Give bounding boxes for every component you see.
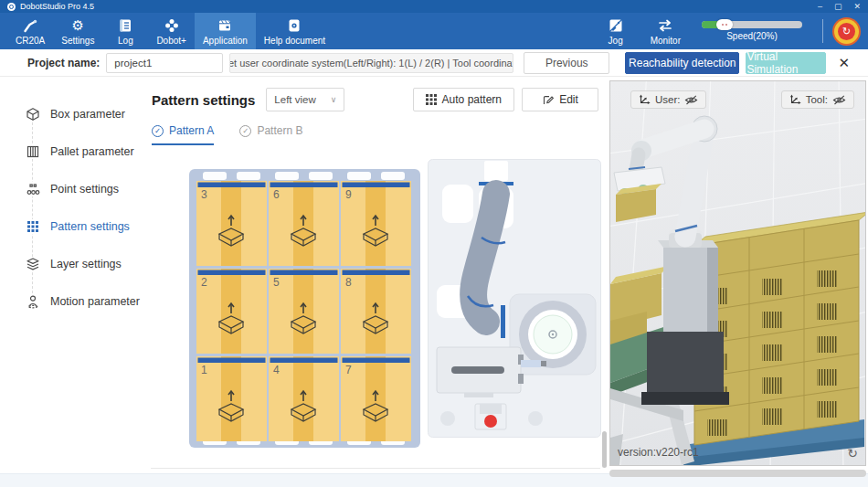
page-title: Pattern settings xyxy=(152,92,255,108)
main-navbar: CR20A ⚙ Settings Log Dobot+ xyxy=(0,13,868,49)
app-body: Box parameter Pallet parameter Point set… xyxy=(0,77,868,473)
svg-text:5: 5 xyxy=(273,276,280,289)
view-select-value: Left view xyxy=(274,94,315,105)
refresh-icon[interactable]: ↻ xyxy=(847,446,858,461)
sidebar-item-pattern-settings[interactable]: Pattern settings xyxy=(0,207,146,245)
divider xyxy=(822,19,823,43)
restore-button[interactable]: ▢ xyxy=(834,2,842,11)
sidebar-item-layer-settings[interactable]: Layer settings xyxy=(0,245,146,282)
nav-item-robot[interactable]: CR20A xyxy=(7,13,53,49)
project-name-input[interactable] xyxy=(106,53,223,73)
tool-frame-toggle[interactable]: Tool: xyxy=(781,90,854,109)
pattern-tile[interactable]: 8 xyxy=(341,269,411,354)
nav-label: Settings xyxy=(61,36,94,46)
emergency-stop-button[interactable]: ↻ xyxy=(834,19,859,44)
pattern-grid-icon xyxy=(26,219,40,234)
sidebar-item-label: Pattern settings xyxy=(50,220,130,233)
svg-text:7: 7 xyxy=(345,364,352,376)
simulation-panel: User: Tool: version:v220-rc1 ↻ xyxy=(608,77,868,473)
nav-item-log[interactable]: Log xyxy=(102,13,148,49)
pattern-tile[interactable]: 7 xyxy=(341,356,411,441)
box-icon xyxy=(26,107,40,122)
estop-marker xyxy=(484,415,497,428)
nav-label: Log xyxy=(118,36,133,46)
nav-label: CR20A xyxy=(16,36,45,46)
nav-item-help[interactable]: Help document xyxy=(256,13,333,49)
sidebar-item-label: Pallet parameter xyxy=(50,145,134,158)
auto-pattern-button[interactable]: Auto pattern xyxy=(413,88,514,111)
pattern-tile[interactable]: 4 xyxy=(269,356,339,441)
speed-slider[interactable] xyxy=(702,21,802,28)
tab-pattern-b[interactable]: ✓ Pattern B xyxy=(239,124,302,145)
window-title: DobotStudio Pro 4.5 xyxy=(20,2,94,11)
sidebar-item-box-parameter[interactable]: Box parameter xyxy=(0,95,146,132)
axis-icon xyxy=(789,94,801,105)
app-window: DobotStudio Pro 4.5 – ▢ ✕ CR20A ⚙ Settin… xyxy=(0,0,868,487)
nav-label: Jog xyxy=(609,36,623,46)
tool-label: Tool: xyxy=(806,94,828,105)
svg-text:3: 3 xyxy=(201,188,207,201)
sidebar-item-label: Point settings xyxy=(50,183,119,196)
pattern-tile[interactable]: 6 xyxy=(269,181,339,266)
minimize-button[interactable]: – xyxy=(818,2,822,11)
view-select[interactable]: Left view ∨ xyxy=(266,88,344,111)
pattern-tile[interactable]: 1 xyxy=(196,356,267,441)
edit-icon xyxy=(542,94,554,106)
nav-label: Application xyxy=(203,36,248,46)
pattern-tile[interactable]: 5 xyxy=(269,269,339,354)
speed-control: Speed(20%) xyxy=(693,21,811,41)
version-label: version:v220-rc1 xyxy=(618,446,699,459)
pallet-pattern-diagram: 3 6 9 2 5 xyxy=(189,169,420,448)
pattern-tile[interactable]: 3 xyxy=(196,181,267,266)
help-document-icon xyxy=(286,17,302,34)
pattern-tile[interactable]: 2 xyxy=(196,269,267,354)
nav-item-dobot-plus[interactable]: Dobot+ xyxy=(148,13,195,49)
nav-item-jog[interactable]: Jog xyxy=(593,17,639,46)
svg-text:2: 2 xyxy=(201,276,207,289)
pallet-icon xyxy=(26,144,40,159)
close-window-button[interactable]: ✕ xyxy=(853,2,861,11)
layers-icon xyxy=(26,257,40,271)
virtual-simulation-button[interactable]: Virtual Simulation xyxy=(746,52,826,74)
nav-item-monitor[interactable]: Monitor xyxy=(642,17,689,46)
speed-slider-knob[interactable] xyxy=(716,19,733,30)
close-panel-icon[interactable]: ✕ xyxy=(832,55,855,71)
pattern-tabs: ✓ Pattern A ✓ Pattern B xyxy=(152,124,302,145)
reachability-detection-button[interactable]: Reachability detection xyxy=(625,52,739,74)
nav-label: Monitor xyxy=(651,36,681,46)
pattern-tile[interactable]: 9 xyxy=(341,181,411,266)
axis-icon xyxy=(639,94,651,105)
sidebar-item-point-settings[interactable]: Point settings xyxy=(0,170,146,207)
monitor-icon xyxy=(657,17,673,34)
vertical-scrollbar[interactable] xyxy=(602,431,607,468)
svg-text:9: 9 xyxy=(345,188,352,201)
sidebar-item-label: Motion parameter xyxy=(50,295,140,308)
divider xyxy=(151,468,600,469)
sidebar-item-motion-parameter[interactable]: Motion parameter xyxy=(0,282,146,320)
estop-icon: ↻ xyxy=(838,23,855,40)
nav-label: Dobot+ xyxy=(156,36,186,46)
nav-item-settings[interactable]: ⚙ Settings xyxy=(53,13,102,49)
horizontal-scrollbar[interactable] xyxy=(609,470,866,477)
tab-pattern-a[interactable]: ✓ Pattern A xyxy=(152,124,214,145)
edit-button[interactable]: Edit xyxy=(522,88,598,111)
edit-label: Edit xyxy=(559,93,578,106)
check-circle-icon: ✓ xyxy=(239,125,251,137)
dobot-plus-icon xyxy=(164,17,180,34)
project-toolbar: Project name: Pallet user coordinate sys… xyxy=(0,49,868,77)
sidebar-item-label: Layer settings xyxy=(50,258,122,270)
eye-slash-icon xyxy=(832,95,846,105)
motion-icon xyxy=(26,294,40,309)
titlebar: DobotStudio Pro 4.5 – ▢ ✕ xyxy=(0,0,868,13)
application-icon xyxy=(217,17,233,34)
previous-button[interactable]: Previous xyxy=(524,52,609,74)
project-name-label: Project name: xyxy=(27,57,100,69)
user-frame-toggle[interactable]: User: xyxy=(630,90,706,109)
nav-item-application[interactable]: Application xyxy=(195,13,256,49)
tab-label: Pattern A xyxy=(169,124,214,137)
sidebar-item-label: Box parameter xyxy=(50,108,125,121)
simulation-3d-view[interactable]: User: Tool: version:v220-rc1 ↻ xyxy=(609,80,866,466)
user-label: User: xyxy=(655,94,680,105)
sidebar-item-pallet-parameter[interactable]: Pallet parameter xyxy=(0,132,146,170)
chevron-down-icon: ∨ xyxy=(331,95,337,104)
